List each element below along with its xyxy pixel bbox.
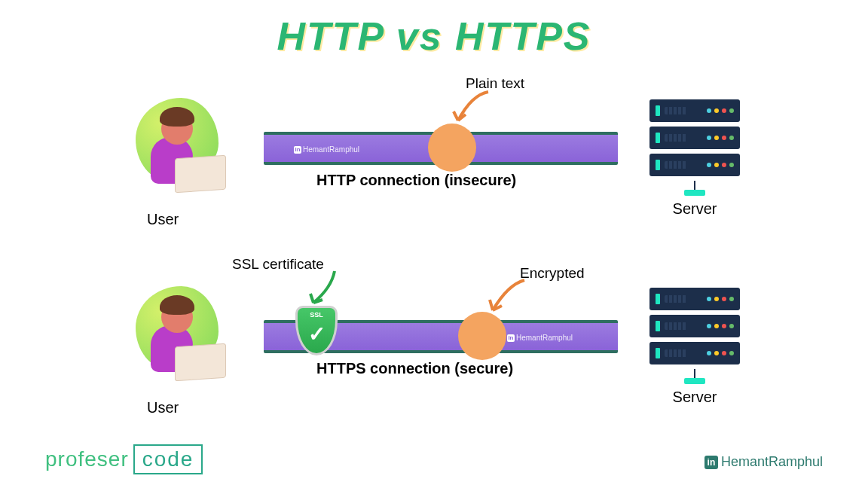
author-credit: in HemantRamphul — [704, 454, 823, 470]
server-label: Server — [649, 200, 740, 218]
ssl-badge-text: SSL — [298, 311, 335, 319]
data-packet-circle — [428, 124, 476, 172]
ssl-shield-icon: SSL ✓ — [295, 306, 338, 355]
watermark: inHemantRamphul — [507, 334, 573, 342]
linkedin-icon: in — [507, 334, 515, 342]
data-packet-circle — [458, 312, 506, 360]
arrow-icon — [451, 87, 496, 128]
server-label: Server — [649, 389, 740, 406]
brand-word-a: profeser — [45, 447, 129, 471]
arrow-icon — [487, 276, 532, 316]
brand-profesercode: profeser code — [45, 444, 203, 474]
http-row: User inHemantRamphul Plain text HTTP con… — [0, 90, 868, 241]
user-label: User — [147, 399, 179, 416]
server-illustration: Server — [649, 99, 740, 218]
server-illustration: Server — [649, 288, 740, 406]
linkedin-icon: in — [294, 146, 301, 154]
linkedin-icon: in — [704, 456, 718, 469]
user-label: User — [147, 211, 179, 228]
check-icon: ✓ — [298, 322, 335, 346]
user-illustration — [128, 286, 234, 392]
page-title: HTTP vs HTTPS — [277, 14, 591, 59]
brand-word-b: code — [133, 444, 203, 474]
author-name: HemantRamphul — [721, 454, 823, 470]
http-connection-label: HTTP connection (insecure) — [316, 172, 516, 189]
https-connection-label: HTTPS connection (secure) — [316, 360, 513, 377]
https-row: User inHemantRamphul SSL ✓ SSL certifica… — [0, 279, 868, 429]
watermark: inHemantRamphul — [294, 145, 359, 154]
laptop-icon — [175, 343, 226, 382]
arrow-icon — [301, 268, 347, 309]
laptop-icon — [175, 155, 226, 194]
user-illustration — [128, 98, 234, 203]
